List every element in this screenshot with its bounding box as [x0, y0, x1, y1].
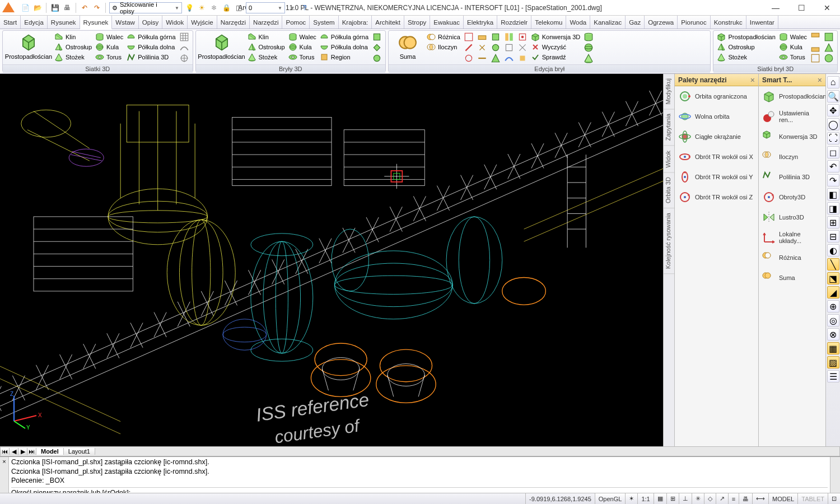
ribbon-tab-system[interactable]: System	[310, 16, 338, 29]
edit-g2-2[interactable]	[477, 43, 487, 53]
prostopadloscian-solid-button[interactable]: Prostopadłościan	[198, 32, 245, 61]
sb-extra-3-icon[interactable]	[810, 53, 820, 63]
solid-extra-2-icon[interactable]	[372, 43, 382, 53]
ribbon-tab-telekomu[interactable]: Telekomu	[531, 16, 566, 29]
sb-stozek-button[interactable]: Stożek	[716, 52, 776, 62]
qat-redo-icon[interactable]: ↷	[92, 3, 102, 13]
edit-g1-1[interactable]	[464, 32, 474, 42]
edit-g5-1[interactable]	[517, 32, 528, 42]
status-scale[interactable]: 1:1	[637, 493, 653, 504]
ribbon-tab-inwentar[interactable]: Inwentar	[746, 16, 778, 29]
status-snap-icon[interactable]: ⊞	[666, 493, 679, 504]
palette2-item-9[interactable]: Suma	[759, 268, 825, 288]
qat-bulb-icon[interactable]: 💡	[184, 3, 194, 13]
edit-g2-3[interactable]	[477, 53, 487, 63]
qat-layer-combo[interactable]: 0▼	[246, 2, 285, 13]
ribbon-tab-krajobra[interactable]: Krajobra:	[339, 16, 372, 29]
model-tab[interactable]: Model	[36, 448, 64, 455]
rt-tool9[interactable]: ◧	[827, 188, 839, 200]
edit-g7-1[interactable]	[584, 32, 594, 42]
drawing-canvas[interactable]: ISS reference courtesy of X Y Z	[0, 74, 663, 446]
rt-extents-icon[interactable]: ⛶	[827, 132, 839, 144]
edit-g7-2[interactable]	[584, 43, 594, 53]
stozek-solid-button[interactable]: Stożek	[246, 52, 286, 62]
rt-tool13[interactable]: ◐	[827, 244, 839, 256]
status-model[interactable]: MODEL	[768, 493, 797, 504]
status-compass-icon[interactable]: ✶	[625, 493, 637, 504]
rt-tool19[interactable]: ⊗	[827, 328, 839, 340]
ribbon-tab-rozdzielr[interactable]: Rozdzielr	[497, 16, 531, 29]
command-prompt[interactable]: Określ pierwszy narożnik lub [śrOdek]:	[11, 487, 828, 493]
ribbon-tab-opisy[interactable]: Opisy	[139, 16, 162, 29]
sb-ostroslup-button[interactable]: Ostrosłup	[716, 42, 776, 52]
rt-window-icon[interactable]: ◻	[827, 146, 839, 158]
ribbon-tab-elektryka[interactable]: Elektryka	[464, 16, 497, 29]
palette2-item-6[interactable]: Lustro3D	[759, 207, 825, 227]
qat-help-icon[interactable]: ?	[300, 3, 310, 13]
command-log[interactable]: Czcionka [ISI-romand_pl.shx] zastąpiła c…	[9, 457, 830, 493]
mesh-extra-1-icon[interactable]	[179, 32, 189, 42]
rt-next-icon[interactable]: ↷	[827, 174, 839, 186]
qat-freeze-icon[interactable]: ❄	[209, 3, 219, 13]
edit-g3-2[interactable]	[491, 43, 501, 53]
ribbon-tab-ogrzewa[interactable]: Ogrzewa	[645, 16, 678, 29]
palette2-item-3[interactable]: Iloczyn	[759, 147, 825, 167]
sprawdz-button[interactable]: Sprawdź	[530, 52, 581, 62]
klin-solid-button[interactable]: Klin	[246, 32, 286, 42]
ribbon-tab-pomoc[interactable]: Pomoc	[282, 16, 310, 29]
status-extra-icon[interactable]: ⊡	[828, 493, 840, 504]
ribbon-tab-piorunoc[interactable]: Piorunoc	[678, 16, 710, 29]
tab-prev-icon[interactable]: ◀	[10, 448, 18, 455]
sb-extra-4-icon[interactable]	[824, 32, 834, 42]
tab-first-icon[interactable]: ⏮	[1, 448, 10, 455]
palette2-item-0[interactable]: Prostopadłościan	[759, 86, 825, 106]
stozek-button[interactable]: Stożek	[53, 52, 93, 62]
konwersja-3d-button[interactable]: Konwersja 3D	[530, 32, 581, 42]
ribbon-tab-kanalizac[interactable]: Kanalizac	[590, 16, 626, 29]
status-grid-icon[interactable]: ▦	[654, 493, 666, 504]
torus-solid-button[interactable]: Torus	[287, 52, 318, 62]
sb-prostopadloscian-button[interactable]: Prostopadłościan	[716, 32, 776, 42]
rt-zoom-icon[interactable]: 🔍	[827, 90, 839, 102]
ribbon-tab-widok[interactable]: Widok	[162, 16, 188, 29]
qat-save-icon[interactable]: 💾	[50, 3, 60, 13]
edit-g3-1[interactable]	[491, 32, 501, 42]
ribbon-tab-stropy[interactable]: Stropy	[404, 16, 430, 29]
ribbon-tab-narzdzi[interactable]: Narzędzi	[250, 16, 282, 29]
palette2-item-1[interactable]: Ustawienia ren...	[759, 106, 825, 127]
maximize-button[interactable]: ☐	[788, 0, 814, 16]
ribbon-tab-woda[interactable]: Woda	[566, 16, 590, 29]
sb-torus-button[interactable]: Torus	[778, 52, 808, 62]
edit-g5-2[interactable]	[517, 43, 528, 53]
rt-orbit-icon[interactable]: ◯	[827, 118, 839, 130]
sb-kula-button[interactable]: Kula	[778, 42, 808, 52]
vtab-kolejnorysowania[interactable]: Kolejność rysowania	[664, 208, 674, 274]
palette1-item-5[interactable]: Obrót TR wokół osi Z	[675, 187, 758, 207]
sb-extra-6-icon[interactable]	[824, 53, 834, 63]
walec-button[interactable]: Walec	[94, 32, 124, 42]
rt-prev-icon[interactable]: ↶	[827, 160, 839, 172]
vtab-widok[interactable]: Widok	[664, 146, 674, 173]
rt-tool10[interactable]: ◨	[827, 202, 839, 214]
ribbon-tab-narzdzi[interactable]: Narzędzi	[217, 16, 250, 29]
tab-next-icon[interactable]: ▶	[18, 448, 27, 455]
close-button[interactable]: ✕	[814, 0, 840, 16]
rt-tool20[interactable]: ▦	[827, 342, 839, 354]
sb-extra-1-icon[interactable]	[810, 32, 820, 42]
qat-print-icon[interactable]: 🖶	[62, 3, 72, 13]
mesh-extra-2-icon[interactable]	[179, 43, 189, 53]
palette1-item-0[interactable]: Orbita ograniczona	[675, 86, 758, 106]
polkula-gorna-solid-button[interactable]: Półkula górna	[319, 32, 370, 42]
status-polar-icon[interactable]: ✳	[692, 493, 704, 504]
status-lwt-icon[interactable]: ≡	[728, 493, 739, 504]
polilinia-3d-button[interactable]: Polilinia 3D	[125, 52, 176, 62]
qat-color-icon[interactable]: ◫	[234, 3, 244, 13]
layout1-tab[interactable]: Layout1	[64, 448, 95, 455]
kula-solid-button[interactable]: Kula	[287, 42, 318, 52]
palette2-item-4[interactable]: Polilinia 3D	[759, 167, 825, 187]
ribbon-tab-gaz[interactable]: Gaz	[626, 16, 645, 29]
palette1-item-2[interactable]: Ciągłe okrążanie	[675, 127, 758, 147]
edit-g2-1[interactable]	[477, 32, 487, 42]
rt-tool18[interactable]: ◎	[827, 314, 839, 326]
ribbon-tab-rysunek[interactable]: Rysunek	[80, 16, 113, 29]
